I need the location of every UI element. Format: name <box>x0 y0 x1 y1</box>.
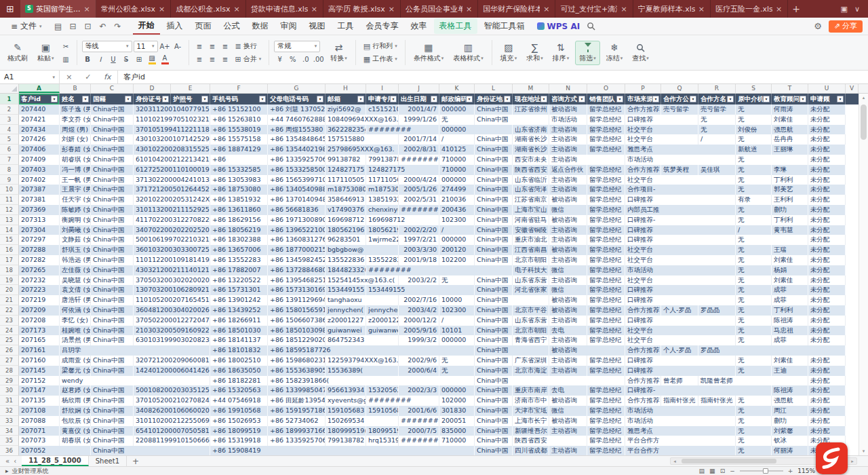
grid-cell[interactable]: 口碑推荐 <box>625 295 736 305</box>
grid-cell[interactable]: xyevents@gloria@uk( <box>326 396 366 406</box>
row-number[interactable]: 16 <box>0 245 19 255</box>
grid-cell[interactable]: China中国 <box>91 134 134 145</box>
menu-item[interactable]: 效率 <box>406 18 433 34</box>
grid-cell[interactable]: 主动咨询 <box>549 255 587 265</box>
grid-cell[interactable]: 207434 <box>19 125 60 135</box>
grid-cell[interactable]: 000000 <box>439 235 475 245</box>
grid-cell[interactable]: 未分配 <box>808 426 846 436</box>
grid-cell[interactable]: 207369 <box>19 205 60 215</box>
grid-cell[interactable]: z20001227( <box>366 316 399 326</box>
grid-cell[interactable]: 150269534 <box>326 416 399 426</box>
grid-cell[interactable]: China中国 <box>91 426 134 436</box>
grid-cell[interactable]: 口碑推荐- <box>625 215 736 225</box>
grid-cell[interactable]: 370503200302020020 <box>134 276 210 286</box>
row-number[interactable]: 7 <box>0 155 19 165</box>
grid-cell[interactable]: 18448233200000@qq <box>326 265 366 276</box>
grid-cell[interactable]: 合作方推荐 <box>625 305 661 316</box>
grid-cell[interactable]: 124827175 <box>326 165 366 175</box>
grid-cell[interactable]: China中国 <box>475 326 513 336</box>
header-cell[interactable]: 手机号码▾ <box>210 94 268 104</box>
grid-cell[interactable]: 刘素佳 <box>772 255 808 265</box>
grid-cell[interactable]: 未分配 <box>808 396 846 406</box>
grid-cell[interactable]: 102200 <box>439 255 475 265</box>
grid-cell[interactable]: China中国 <box>91 235 134 245</box>
grid-cell[interactable]: 371721200501264452 <box>134 185 210 195</box>
grid-cell[interactable]: 无 <box>736 205 772 215</box>
column-header-U[interactable]: U <box>808 84 846 93</box>
header-cell[interactable]: 客户id▾ <box>19 94 60 104</box>
grid-cell[interactable]: +86 刘慧 137052 <box>268 104 326 115</box>
grid-cell[interactable]: 济南市市中 <box>513 396 549 406</box>
vertical-scrollbar[interactable]: ▴ ▾ <box>859 94 868 455</box>
grid-cell[interactable]: 370105200210270824 <box>134 396 210 406</box>
grid-cell[interactable]: 301830 <box>439 406 475 416</box>
row-number[interactable]: 3 <box>0 115 19 125</box>
grid-cell[interactable]: 陕西省西安 <box>513 165 549 175</box>
grid-cell[interactable]: 358646913 <box>326 195 366 205</box>
grid-cell[interactable]: 社交平台 <box>625 245 736 255</box>
row-number[interactable]: 9 <box>0 175 19 185</box>
grid-cell[interactable]: China中国 <box>91 335 134 345</box>
align-left-icon[interactable]: ≣ <box>194 41 205 52</box>
column-header-N[interactable]: N <box>549 84 587 93</box>
grid-cell[interactable]: 180999519( <box>326 426 366 436</box>
underline-button[interactable]: U <box>108 54 119 65</box>
grid-cell[interactable]: 山东省临沂 <box>513 175 549 185</box>
grid-cell[interactable]: 王一帆 (男 <box>60 175 91 185</box>
tab-close-icon[interactable]: × <box>158 5 165 14</box>
grid-cell[interactable]: 李文乔 (女 <box>60 115 91 125</box>
grid-cell[interactable]: 未分配 <box>808 104 846 115</box>
grid-cell[interactable]: China中国 <box>475 335 513 345</box>
grid-cell[interactable]: 胡春琪 (女 <box>60 436 91 446</box>
grid-cell[interactable]: z20001227 <box>326 316 366 326</box>
grid-cell[interactable]: 未分配 <box>808 265 846 276</box>
grid-cell[interactable]: China中国 <box>475 406 513 416</box>
grid-cell[interactable]: 2000/12/2 <box>399 316 439 326</box>
grid-cell[interactable]: 未分配 <box>808 335 846 345</box>
grid-cell[interactable]: China中国 <box>475 436 513 446</box>
filter-button[interactable]: 筛选▾ <box>575 41 600 65</box>
grid-cell[interactable]: 180562196 <box>326 225 366 235</box>
grid-cell[interactable]: +86 15908419 <box>210 446 475 455</box>
grid-cell[interactable]: 被动咨询 <box>549 195 587 205</box>
grid-cell[interactable]: 个人-罗晶 <box>661 305 698 316</box>
grid-cell[interactable]: 207135 <box>19 396 60 406</box>
grid-cell[interactable]: 罗晶晶 <box>698 305 736 316</box>
menu-item[interactable]: 智能工具箱 <box>479 18 530 34</box>
grid-cell[interactable]: 无 <box>736 396 772 406</box>
grid-cell[interactable]: 留学总经纪 <box>587 245 625 255</box>
grid-cell[interactable]: / <box>439 225 475 235</box>
grid-cell[interactable]: 陈子逸 (男 <box>60 104 91 115</box>
grid-cell[interactable]: +86 1395468251 <box>268 276 326 286</box>
grid-cell[interactable]: China中国 <box>91 416 134 426</box>
grid-cell[interactable]: 153449155 <box>326 285 366 295</box>
grid-cell[interactable]: 重庆市渝北 <box>513 235 549 245</box>
grid-cell[interactable]: 内部员工推 <box>625 205 736 215</box>
grid-cell[interactable]: 被动咨询 <box>549 345 625 356</box>
grid-cell[interactable]: 社交平台 <box>625 134 698 145</box>
grid-cell[interactable]: 江西省南昌 <box>513 245 549 255</box>
sheet-tab[interactable]: Sheet1 <box>89 456 127 466</box>
grid-cell[interactable]: China中国 <box>91 406 134 416</box>
align-bottom-icon[interactable]: ≣ <box>220 54 231 64</box>
filter-button[interactable]: ▾ <box>837 96 844 102</box>
zoom-slider-knob[interactable] <box>763 468 768 474</box>
grid-cell[interactable]: +86 15575158 <box>210 134 268 145</box>
menu-item[interactable]: 公式 <box>218 18 245 34</box>
grid-cell[interactable]: 口碑推荐 <box>625 195 736 205</box>
grid-cell[interactable]: 未分配 <box>808 225 846 235</box>
grid-cell[interactable]: 市场活动 <box>625 406 736 416</box>
grid-cell[interactable]: +86 田延龄13954( <box>268 396 326 406</box>
grid-cell[interactable]: 留学总经纪 <box>587 316 625 326</box>
grid-cell[interactable]: +86 56681836 <box>268 205 326 215</box>
grid-cell[interactable]: 000000 <box>439 104 475 115</box>
grid-cell[interactable]: 留学总经纪 <box>587 215 625 225</box>
grid-cell[interactable]: 207223 <box>19 285 60 295</box>
window-menu-icon[interactable]: ∨ <box>854 5 860 14</box>
convert-button[interactable]: ⇄ 转换▾ <box>327 41 351 64</box>
grid-cell[interactable]: +86 1851229020( <box>268 335 326 345</box>
grid-cell[interactable]: China中国 <box>475 165 513 175</box>
column-header-K[interactable]: K <box>439 84 475 93</box>
grid-cell[interactable]: 合作方推荐 <box>625 104 661 115</box>
grid-cell[interactable]: 周江 <box>772 406 808 416</box>
